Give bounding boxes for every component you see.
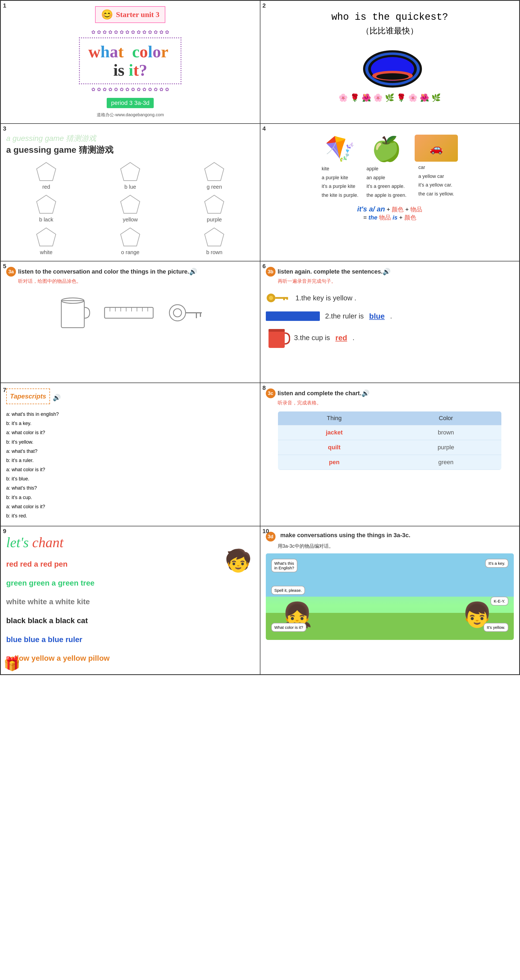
shape-label-blue: b lue (125, 184, 136, 190)
row-ruler: 2.the ruler is blue . (266, 312, 514, 321)
pentagon-purple-svg (203, 194, 225, 215)
chant-part: a yellow pillow (57, 654, 110, 662)
oval-svg (363, 50, 422, 88)
cell5-title: 3a listen to the conversation and color … (6, 267, 254, 277)
shinchan-icon: 🧒 (225, 548, 252, 573)
cell6-title: 3b listen again. complete the sentences.… (266, 267, 514, 277)
starter-title-box: 😊 Starter unit 3 (95, 6, 165, 23)
kite-text: kite a purple kite it's a purple kite th… (322, 164, 358, 199)
purple-dots-top: ✿✿✿✿✿✿✿✿✿✿✿✿✿✿ (91, 29, 169, 35)
sentence3-pre: 3.the cup is (294, 334, 330, 342)
shape-label-orange: o range (121, 249, 140, 256)
chant-lines: red red a red pengreen green a green tre… (6, 556, 254, 667)
pentagon-red-svg (35, 161, 57, 182)
tape-line: b: it's blue. (6, 474, 254, 484)
shape-label-red: red (43, 184, 50, 190)
svg-marker-11 (37, 228, 56, 246)
key-yellow-svg (266, 290, 290, 306)
pentagon-orange-svg (119, 227, 141, 247)
purple-dots-bottom: ✿✿✿✿✿✿✿✿✿✿✿✿✿✿ (91, 86, 169, 92)
shape-label-white: white (40, 249, 53, 256)
badge-3c: 3c (266, 388, 276, 398)
cell10-title: 3d make conversations using the things i… (266, 532, 514, 541)
svg-point-4 (376, 73, 409, 80)
shape-black: b lack (6, 194, 86, 223)
sound-icon-5[interactable]: 🔊 (189, 268, 197, 275)
cell-7: 7 Tapescripts 🔊 a: what's this in englis… (0, 383, 260, 526)
svg-marker-8 (37, 195, 56, 213)
mug-svg (56, 293, 91, 333)
shape-label-black: b lack (39, 216, 53, 223)
crayon-icon: 🎁 (3, 656, 20, 671)
svg-marker-12 (121, 228, 140, 246)
tape-line: a: what color is it? (6, 502, 254, 511)
cell-1: 1 😊 Starter unit 3 ✿✿✿✿✿✿✿✿✿✿✿✿✿✿ what c… (0, 0, 260, 124)
cell-number-2: 2 (263, 2, 266, 9)
sentence2-pre: 2.the ruler is (325, 312, 364, 320)
svg-rect-32 (275, 297, 287, 299)
bubble-2: It's a key. (485, 559, 508, 568)
svg-marker-9 (121, 195, 140, 213)
website: 道格办公-www.daogebangong.com (97, 112, 164, 118)
chant-part: blue blue (6, 635, 41, 644)
cup-svg (266, 326, 290, 351)
table-row: quiltpurple (278, 440, 501, 455)
car-image: 🚗 (415, 135, 458, 162)
cell-number-3: 3 (3, 125, 6, 132)
svg-point-31 (269, 296, 273, 300)
cell6-subtitle: 再听一遍录音并完成句子。 (278, 278, 514, 285)
chant-part: a black cat (49, 616, 88, 625)
badge-3a: 3a (6, 267, 16, 277)
chant-line: white white a white kite (6, 593, 254, 610)
formula-area: it's a/ an + 颜色 + 物品 = the 物品 is + 颜色 (266, 205, 514, 222)
chant-title: let's chant (6, 535, 254, 550)
cell-number-4: 4 (263, 125, 266, 132)
big-title: what color is it? (84, 43, 176, 79)
ruler-blue (266, 312, 320, 321)
cell-8: 8 3c listen and complete the chart. 🔊 听录… (260, 383, 520, 526)
quickest-title-line2: （比比谁最快） (361, 25, 418, 37)
sound-icon-8[interactable]: 🔊 (361, 390, 369, 397)
tape-line: b: it's a ruler. (6, 456, 254, 465)
apple-text: apple an apple it's a green apple. the a… (366, 164, 407, 199)
period-box: period 3 3a-3d (107, 98, 154, 108)
sound-icon-7[interactable]: 🔊 (53, 391, 61, 404)
svg-marker-10 (205, 195, 224, 213)
tapescripts-label: Tapescripts (6, 388, 50, 404)
answer-blue: blue (369, 312, 385, 321)
tape-line: b: it's red. (6, 511, 254, 520)
pentagon-green-svg (203, 161, 225, 182)
chant-part: a white kite (49, 597, 90, 606)
chant-part: a blue ruler (41, 635, 82, 644)
cell4-images: 🪁 kite a purple kite it's a purple kite … (266, 135, 514, 199)
shape-blue: b lue (90, 161, 170, 190)
cell3-title: a guessing game 猜测游戏 (6, 144, 254, 156)
tape-line: b: it's a cup. (6, 493, 254, 502)
thing-cell: quilt (278, 440, 390, 455)
chant-part: red red (6, 560, 34, 568)
sound-icon-6[interactable]: 🔊 (382, 268, 391, 275)
cell-9: 9 let's chant red red a red pengreen gre… (0, 526, 260, 675)
chant-line: yellow yellow a yellow pillow (6, 650, 254, 667)
formula1: it's a/ an + 颜色 + 物品 (266, 205, 514, 213)
starter-label: Starter unit 3 (116, 10, 159, 19)
svg-rect-33 (283, 297, 285, 300)
col-kite: 🪁 kite a purple kite it's a purple kite … (322, 135, 358, 199)
cell-number-1: 1 (3, 2, 6, 9)
cell10-subtitle: 用3a-3c中的物品编对话。 (278, 543, 514, 549)
svg-marker-5 (37, 162, 56, 181)
pentagon-blue-svg (119, 161, 141, 182)
shape-label-green: g reen (207, 184, 222, 190)
cell-number-7: 7 (3, 385, 6, 396)
color-cell: brown (390, 425, 501, 440)
shape-brown: b rown (174, 227, 254, 256)
cell8-title: 3c listen and complete the chart. 🔊 (266, 388, 514, 398)
tapescript-lines: a: what's this in english?b: it's a key.… (6, 410, 254, 520)
key-svg (166, 297, 205, 329)
tape-line: b: it's yellow. (6, 438, 254, 447)
quickest-title-line1: who is the quickest? (331, 12, 448, 23)
pentagon-yellow-svg (119, 194, 141, 215)
cell-10: 10 3d make conversations using the thing… (260, 526, 520, 675)
car-text: car a yellow car it's a yellow car. the … (419, 163, 454, 198)
chant-part: white white (6, 597, 49, 606)
